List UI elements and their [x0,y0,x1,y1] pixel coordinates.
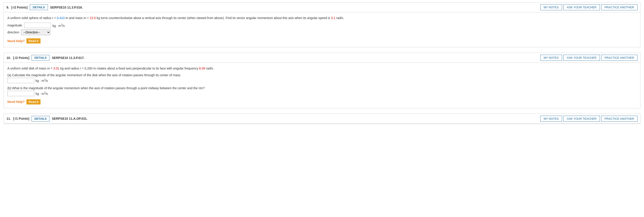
question-9-text: A uniform solid sphere of radius r = 0.4… [8,16,636,21]
question-10-header-buttons: MY NOTES ASK YOUR TEACHER PRACTICE ANOTH… [540,55,638,61]
q9-magnitude-input[interactable] [24,23,51,28]
q10-omega-val: 6.09 [199,67,205,70]
q9-text-before: A uniform solid sphere of radius [8,16,52,20]
q9-read-it-button[interactable]: Read It [26,38,40,44]
question-9-ask-teacher-button[interactable]: ASK YOUR TEACHER [564,4,600,10]
q9-equals-m: = [86,16,90,20]
question-11-header-buttons: MY NOTES ASK YOUR TEACHER PRACTICE ANOTH… [540,116,638,122]
q10-equals-r: = [81,67,85,70]
question-9-body: A uniform solid sphere of radius r = 0.4… [4,12,640,47]
q10-need-help-label: Need Help? [8,100,25,104]
q10-m-val: 3.01 [53,67,59,70]
question-10-ask-teacher-button[interactable]: ASK YOUR TEACHER [564,55,600,61]
question-9-direction-row: direction --Direction-- Into the page Ou… [8,29,636,35]
question-11-code: SERPSE10 11.A.OP.031. [52,117,538,120]
question-9-practice-another-button[interactable]: PRACTICE ANOTHER [601,4,638,10]
q9-direction-label: direction [8,31,19,34]
question-10-points: [-/2 Points] [13,56,29,60]
question-9-block: 9. [-/2 Points] DETAILS SERPSE10 11.3.P.… [4,2,640,47]
question-10-block: 10. [-/2 Points] DETAILS SERPSE10 11.3.P… [4,53,640,108]
question-9-details-button[interactable]: DETAILS [30,5,48,10]
q10-sub-a-unit: kg · m2/s [36,78,48,83]
question-10-code: SERPSE10 11.3.P.017. [52,56,538,60]
q9-magnitude-label: magnitude [8,24,22,27]
q10-text-before: A uniform solid disk of mass [8,67,47,70]
question-9-my-notes-button[interactable]: MY NOTES [540,4,562,10]
question-11-my-notes-button[interactable]: MY NOTES [540,116,562,122]
question-10-need-help: Need Help? Read It [8,99,636,104]
q10-text-end: rad/s. [205,67,214,70]
q9-text-mid1: m and mass [65,16,84,20]
question-10-number: 10. [6,56,11,60]
q10-sub-b-text: (b) What is the magnitude of the angular… [8,86,636,90]
question-11-ask-teacher-button[interactable]: ASK YOUR TEACHER [564,116,600,122]
q10-text-mid1: kg and radius [59,67,80,70]
q9-magnitude-unit: kg · m2/s [52,24,65,28]
q9-direction-select[interactable]: --Direction-- Into the page Out of the p… [21,29,50,35]
q10-r-val: 0.200 [85,67,92,70]
question-9-points: [-/2 Points] [12,6,28,9]
q9-equals-r: = [53,16,57,20]
question-9-need-help: Need Help? Read It [8,38,636,44]
q9-text-mid2: kg turns counterclockwise about a vertic… [96,16,331,20]
question-9-number: 9. [6,6,9,9]
question-9-header: 9. [-/2 Points] DETAILS SERPSE10 11.3.P.… [4,3,640,12]
q10-sub-a-input[interactable] [8,78,34,83]
q10-sub-a-row: kg · m2/s [8,78,636,83]
q9-m-val: 12.0 [90,16,96,20]
question-10-text: A uniform solid disk of mass m = 3.01 kg… [8,66,636,71]
q9-text-end: rad/s. [336,16,344,20]
question-9-magnitude-row: magnitude kg · m2/s [8,23,636,28]
question-9-header-buttons: MY NOTES ASK YOUR TEACHER PRACTICE ANOTH… [540,4,638,10]
question-11-number: 11. [6,117,11,120]
question-11-header: 11. [-/1 Points] DETAILS SERPSE10 11.A.O… [4,114,640,124]
question-10-my-notes-button[interactable]: MY NOTES [540,55,562,61]
q9-omega-val: 3.1 [331,16,335,20]
q9-r-val: 0.410 [57,16,65,20]
q10-m-var: m [47,67,50,70]
q9-m-var: m [84,16,86,20]
q10-sub-b-row: kg · m2/s [8,91,636,96]
question-11-practice-another-button[interactable]: PRACTICE ANOTHER [601,116,638,122]
question-11-details-button[interactable]: DETAILS [32,116,50,121]
q9-need-help-label: Need Help? [8,39,25,43]
q10-sub-b-input[interactable] [8,91,34,96]
question-11-block: 11. [-/1 Points] DETAILS SERPSE10 11.A.O… [4,114,640,124]
question-9-code: SERPSE10 11.3.P.016. [50,6,538,9]
q10-read-it-button[interactable]: Read It [26,99,40,104]
q10-sub-b-unit: kg · m2/s [36,91,48,96]
q10-equals-m: = [50,67,53,70]
question-11-points: [-/1 Points] [13,117,29,120]
q10-text-mid2: m rotates about a fixed axis perpendicul… [92,67,199,70]
q10-sub-a-text: (a) Calculate the magnitude of the angul… [8,73,636,77]
question-10-header: 10. [-/2 Points] DETAILS SERPSE10 11.3.P… [4,53,640,63]
question-10-details-button[interactable]: DETAILS [32,55,50,61]
question-10-body: A uniform solid disk of mass m = 3.01 kg… [4,63,640,108]
question-10-practice-another-button[interactable]: PRACTICE ANOTHER [601,55,638,61]
